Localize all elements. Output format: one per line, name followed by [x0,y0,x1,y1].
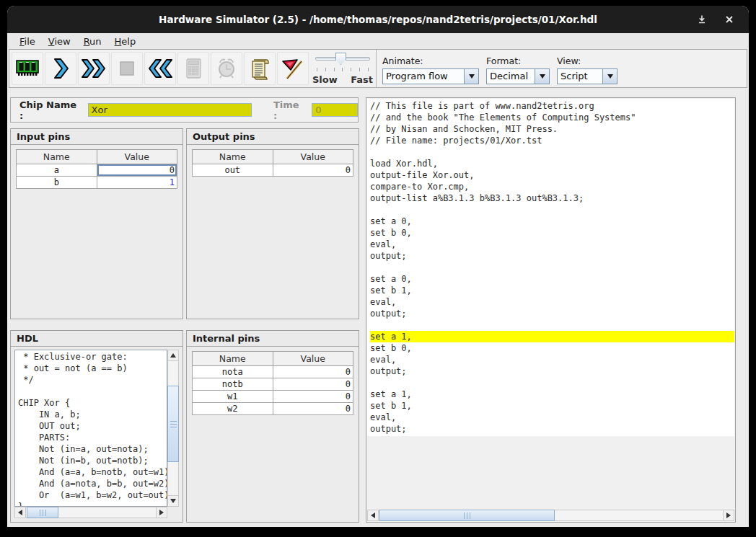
single-step-button[interactable] [45,52,76,85]
scroll-right-button[interactable] [723,510,734,521]
time-label: Time : [273,99,306,121]
name-column-header: Name [193,150,273,164]
value-column-header: Value [273,150,353,164]
slider-fast-label: Fast [351,74,373,85]
code-line: Not (in=a, out=nota); [18,443,167,455]
script-horizontal-scrollbar[interactable] [367,510,734,521]
scroll-left-button[interactable] [14,507,26,518]
format-dropdown-button[interactable] [535,69,549,84]
pin-value: 0 [273,378,353,391]
internal-pins-panel: Internal pins Name Value nota 0 notb 0 w… [186,330,359,523]
load-chip-button[interactable] [12,52,43,85]
single-chevron-right-icon [48,56,73,81]
scroll-right-button[interactable] [156,507,167,518]
internal-pins-title: Internal pins [187,331,359,347]
hdl-vertical-scrollbar[interactable] [167,350,179,507]
code-line: // and the book "The Elements of Computi… [370,112,734,123]
scrollbar-thumb[interactable] [379,510,555,521]
chevron-down-icon [469,74,475,81]
scroll-down-button[interactable] [167,495,179,507]
input-pins-table: Name Value a 0 b 1 [16,149,177,189]
close-icon [725,15,734,24]
table-row: out 0 [193,164,353,177]
animate-select[interactable]: Program flow [382,68,479,84]
code-line [370,262,734,273]
scrollbar-thumb[interactable] [27,507,58,518]
slider-thumb[interactable] [335,53,346,65]
hdl-code-view: * Exclusive-or gate: * out = not (a == b… [14,350,167,507]
table-row: nota 0 [193,366,353,378]
dropdown-panel: Animate: Program flow Format: Decimal Vi… [377,53,625,84]
reset-button[interactable] [144,52,176,85]
code-line: eval, [370,354,734,365]
input-pins-panel: Input pins Name Value a 0 b 1 [10,128,183,319]
code-line: OUT out; [18,420,167,432]
output-pins-title: Output pins [187,129,359,145]
code-line: compare-to Xor.cmp, [370,181,734,192]
code-line: // by Nisan and Schocken, MIT Press. [370,123,734,135]
menu-file[interactable]: File [13,35,42,48]
triangle-up-icon [170,350,176,358]
double-chevron-left-icon [146,56,174,81]
window-title: Hardware Simulator (2.5) - /home/thomas/… [7,6,749,33]
animate-dropdown-button[interactable] [464,69,478,84]
table-row: b 1 [17,177,177,189]
chevron-down-icon [540,74,545,81]
titlebar: Hardware Simulator (2.5) - /home/thomas/… [7,6,749,33]
code-line: output-list a%B3.1.3 b%B3.1.3 out%B3.1.3… [370,192,734,204]
breakpoint-flag-icon [280,56,306,81]
hdl-panel: HDL * Exclusive-or gate: * out = not (a … [10,330,183,523]
load-script-button[interactable] [244,52,276,85]
format-select[interactable]: Decimal [486,68,550,84]
run-button[interactable] [78,52,110,85]
name-column-header: Name [193,352,273,366]
code-line: load Xor.hdl, [370,158,734,169]
app-window: Hardware Simulator (2.5) - /home/thomas/… [7,6,749,527]
table-row: notb 0 [193,378,353,391]
menubar: File View Run Help [7,33,749,49]
code-line: output; [370,365,734,377]
code-line: output-file Xor.out, [370,169,734,181]
chip-name-field[interactable]: Xor [88,103,252,117]
code-line: // This file is part of www.nand2tetris.… [370,100,734,112]
code-line: IN a, b; [18,409,167,420]
close-button[interactable] [721,12,737,27]
animate-value: Program flow [383,69,464,84]
view-dropdown-button[interactable] [602,69,617,84]
table-row: w1 0 [193,391,353,403]
code-line: output; [370,308,734,319]
code-line [370,204,734,216]
minimize-button[interactable] [694,12,710,27]
chip-name-label: Chip Name : [19,99,84,121]
pin-name: w2 [193,403,273,415]
view-select[interactable]: Script [557,68,617,84]
table-row: a 0 [17,164,177,177]
stop-square-icon [115,56,139,81]
code-line: output; [370,250,734,262]
scroll-left-button[interactable] [367,510,379,521]
input-pins-title: Input pins [11,129,183,145]
code-line: * Exclusive-or gate: [18,351,167,363]
code-line: set b 0, [370,342,734,354]
menu-view[interactable]: View [42,35,77,48]
pin-name: a [17,164,97,177]
script-view: // This file is part of www.nand2tetris.… [367,99,734,436]
scrollbar-thumb[interactable] [167,386,179,462]
pin-value[interactable]: 1 [97,177,177,189]
hdl-horizontal-scrollbar[interactable] [14,507,167,518]
pin-value[interactable]: 0 [97,164,177,177]
code-line: set a 1, [370,389,734,400]
code-line: And (a=a, b=notb, out=w1); [18,466,167,478]
scroll-up-button[interactable] [167,350,179,361]
menu-help[interactable]: Help [108,35,143,48]
menu-run[interactable]: Run [77,35,108,48]
breakpoints-button[interactable] [277,52,309,85]
pin-name: w1 [193,391,273,403]
triangle-right-icon [726,512,734,518]
calculator-button [177,52,209,85]
code-line: eval, [370,296,734,308]
code-line: Not (in=b, out=notb); [18,455,167,466]
code-line: set a 0, [370,273,734,285]
clock-icon [214,56,239,81]
pin-name: out [193,164,273,177]
